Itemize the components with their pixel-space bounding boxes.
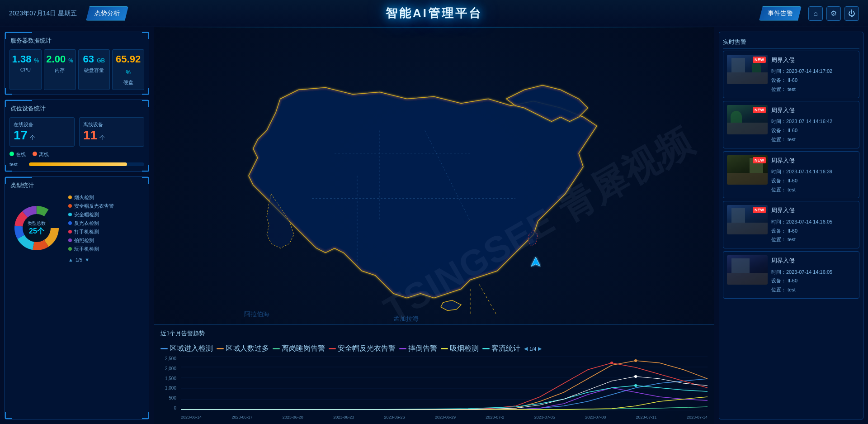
alert-info-4: 周界入侵 时间：2023-07-14 14:16:05 设备： II-60 位置… [771, 205, 855, 244]
x-axis: 2023-06-14 2023-06-17 2023-06-20 2023-06… [181, 415, 708, 419]
alert-button[interactable]: 事件告警 [759, 6, 802, 21]
legend-item: 客流统计 [482, 344, 520, 353]
settings-icon-button[interactable]: ⚙ [826, 6, 841, 21]
legend-item: 摔倒告警 [399, 344, 437, 353]
type-label: 安全帽反光衣告警 [74, 203, 114, 210]
alert-item-2: NEW 周界入侵 时间：2023-07-14 14:16:42 设备： II-6… [723, 101, 859, 148]
memory-stat: 2.00 % 内存 [44, 49, 76, 90]
donut-chart: 类型总数 25个 [9, 201, 64, 255]
trend-chart-panel: 近1个月告警趋势 区域进入检测 区域人数过多 离岗睡岗告警 安全帽反光衣告警 [154, 324, 714, 424]
analysis-button[interactable]: 态势分析 [86, 6, 128, 21]
donut-center: 类型总数 25个 [28, 220, 46, 236]
chart-plot [181, 356, 708, 410]
type-label: 反光衣检测 [74, 220, 99, 227]
site-bar: test [9, 162, 144, 167]
site-name: test [9, 162, 25, 167]
page-indicator: 1/4 [529, 346, 536, 352]
cpu-value: 1.38 % [12, 53, 39, 65]
device-counts: 在线设备 17 个 离线设备 11 个 [9, 117, 144, 147]
power-icon-button[interactable]: ⏻ [844, 6, 859, 21]
svg-marker-10 [531, 257, 540, 267]
alert-info-1: 周界入侵 时间：2023-07-14 14:17:02 设备： II-60 位置… [771, 55, 855, 94]
offline-label: 离线设备 [83, 121, 140, 128]
type-label: 拍照检测 [74, 237, 94, 244]
type-label: 安全帽检测 [74, 211, 99, 218]
offline-count: 11 [83, 128, 97, 142]
new-badge: NEW [753, 57, 766, 63]
list-item: 安全帽反光衣告警 [68, 203, 114, 210]
memory-value: 2.00 % [46, 53, 74, 65]
header-right: 事件告警 ⌂ ⚙ ⏻ [759, 6, 859, 21]
header-left: 2023年07月14日 星期五 态势分析 [9, 6, 128, 21]
online-devices: 在线设备 17 个 [9, 117, 75, 147]
y-axis: 2,500 2,000 1,500 1,000 500 0 [160, 356, 179, 410]
memory-label: 内存 [46, 67, 74, 74]
legend-item: 安全帽反光衣告警 [329, 344, 396, 353]
svg-point-25 [610, 362, 613, 364]
main-layout: 服务器数据统计 1.38 % CPU 2.00 % 内存 63 GB 硬盘容量 … [0, 27, 868, 424]
chart-area: 2,500 2,000 1,500 1,000 500 0 [160, 356, 708, 419]
alert-info-5: 周界入侵 时间：2023-07-14 14:16:05 设备： II-60 位置… [771, 255, 855, 295]
type-list: 烟火检测 安全帽反光衣告警 安全帽检测 反光衣检测 [68, 194, 114, 262]
alert-item-5: 周界入侵 时间：2023-07-14 14:16:05 设备： II-60 位置… [723, 251, 859, 299]
cpu-stat: 1.38 % CPU [9, 49, 42, 90]
type-label: 玩手机检测 [74, 246, 99, 252]
alert-thumbnail-2: NEW [727, 105, 768, 134]
disk-capacity-stat: 63 GB 硬盘容量 [78, 49, 110, 90]
legend-item: 区域进入检测 [160, 344, 213, 353]
legend-item: 区域人数过多 [217, 344, 269, 353]
disk-value: 65.92 % [114, 53, 142, 77]
disk-label: 硬盘 [114, 79, 142, 86]
new-badge: NEW [753, 157, 766, 163]
type-page-nav: ▲ 1/5 ▼ [68, 257, 114, 262]
type-label: 打手机检测 [74, 229, 99, 235]
date-display: 2023年07月14日 星期五 [9, 10, 77, 18]
cpu-label: CPU [12, 67, 39, 72]
list-item: 安全帽检测 [68, 211, 114, 218]
type-stats-content: 类型总数 25个 烟火检测 安全帽反光衣告警 安全帽检测 [9, 194, 144, 262]
type-stats-title: 类型统计 [9, 181, 144, 190]
svg-text:孟加拉海: 孟加拉海 [393, 315, 419, 322]
alert-info-3: 周界入侵 时间：2023-07-14 14:16:39 设备： II-60 位置… [771, 155, 855, 195]
online-label: 在线设备 [14, 121, 71, 128]
disk-capacity-label: 硬盘容量 [80, 67, 108, 74]
list-item: 反光衣检测 [68, 220, 114, 227]
list-item: 烟火检测 [68, 194, 114, 201]
type-label: 烟火检测 [74, 194, 94, 201]
device-stats-panel: 点位设备统计 在线设备 17 个 离线设备 11 个 [5, 100, 149, 172]
server-stats-title: 服务器数据统计 [9, 37, 144, 45]
left-panel: 服务器数据统计 1.38 % CPU 2.00 % 内存 63 GB 硬盘容量 … [0, 27, 154, 424]
svg-point-27 [634, 375, 637, 378]
legend-item: 离岗睡岗告警 [273, 344, 325, 353]
alert-thumbnail-1: NEW [727, 55, 768, 84]
offline-devices: 离线设备 11 个 [79, 117, 144, 147]
alert-thumbnail-5 [727, 255, 768, 285]
disk-stat: 65.92 % 硬盘 [112, 49, 144, 90]
server-stats-grid: 1.38 % CPU 2.00 % 内存 63 GB 硬盘容量 65.92 % … [9, 49, 144, 90]
disk-capacity-value: 63 GB [80, 53, 108, 65]
alert-item-1: NEW 周界入侵 时间：2023-07-14 14:17:02 设备： II-6… [723, 51, 859, 98]
alert-info-2: 周界入侵 时间：2023-07-14 14:16:42 设备： II-60 位置… [771, 105, 855, 144]
list-item: 玩手机检测 [68, 246, 114, 252]
alert-thumbnail-3: NEW [727, 155, 768, 185]
right-panel: 实时告警 NEW 周界入侵 时间：2023-07-14 14:17:02 设备：… [714, 27, 868, 424]
svg-line-9 [479, 285, 497, 316]
alert-thumbnail-4: NEW [727, 205, 768, 234]
svg-text:阿拉伯海: 阿拉伯海 [244, 310, 269, 318]
realtime-alert-section: 实时告警 NEW 周界入侵 时间：2023-07-14 14:17:02 设备：… [719, 32, 863, 419]
alert-item-4: NEW 周界入侵 时间：2023-07-14 14:16:05 设备： II-6… [723, 201, 859, 248]
home-icon-button[interactable]: ⌂ [808, 6, 823, 21]
alert-item-3: NEW 周界入侵 时间：2023-07-14 14:16:39 设备： II-6… [723, 151, 859, 199]
device-legend: 在线 离线 [9, 151, 144, 158]
map-area: TSINGSEE 青犀视频 [154, 27, 714, 424]
chart-title: 近1个月告警趋势 [160, 329, 205, 338]
site-bar-track [29, 162, 144, 166]
offline-unit: 个 [99, 134, 105, 141]
next-page-icon[interactable]: ▶ [538, 346, 542, 352]
list-item: 打手机检测 [68, 229, 114, 235]
online-count: 17 [14, 128, 28, 142]
svg-point-26 [634, 384, 637, 387]
svg-point-24 [634, 359, 637, 362]
server-stats-panel: 服务器数据统计 1.38 % CPU 2.00 % 内存 63 GB 硬盘容量 … [5, 32, 149, 95]
prev-page-icon[interactable]: ◀ [524, 346, 528, 352]
